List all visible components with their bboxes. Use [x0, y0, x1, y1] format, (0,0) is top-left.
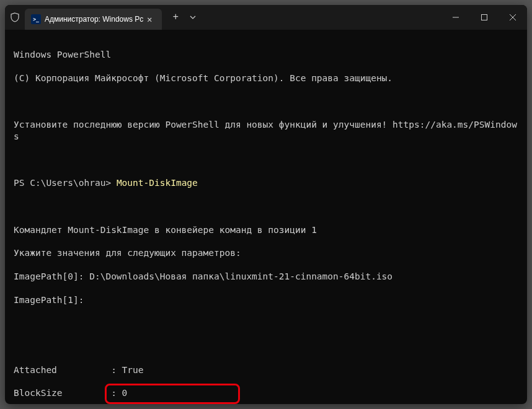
terminal-window: >_ Администратор: Windows Pc ✕ + Windows…: [5, 5, 527, 404]
output-line: ImagePath[1]:: [14, 294, 518, 306]
output-line: [14, 154, 518, 165]
output-line: Установите последнюю версию PowerShell д…: [14, 119, 518, 143]
active-tab[interactable]: >_ Администратор: Windows Pc ✕: [25, 9, 162, 30]
prompt-path: PS C:\Users\ohrau>: [14, 178, 117, 188]
window-controls: [441, 5, 527, 30]
output-line: Командлет Mount-DiskImage в конвейере ко…: [14, 224, 518, 236]
output-line: [14, 341, 518, 353]
output-line: [14, 317, 518, 329]
close-window-button[interactable]: [499, 5, 527, 30]
powershell-icon: >_: [31, 14, 41, 24]
maximize-button[interactable]: [470, 5, 499, 30]
tab-title: Администратор: Windows Pc: [45, 15, 143, 24]
output-line: [14, 201, 518, 213]
minimize-button[interactable]: [441, 5, 470, 30]
output-line: [14, 95, 518, 107]
output-line: (C) Корпорация Майкрософт (Microsoft Cor…: [14, 73, 518, 84]
tab-dropdown-button[interactable]: [185, 7, 200, 27]
prompt-line: PS C:\Users\ohrau> Mount-DiskImage: [14, 177, 518, 189]
titlebar[interactable]: >_ Администратор: Windows Pc ✕ +: [5, 5, 527, 30]
output-line: ImagePath[0]: D:\Downloads\Новая папка\l…: [14, 271, 518, 283]
output-line: Windows PowerShell: [14, 49, 518, 61]
close-tab-button[interactable]: ✕: [143, 13, 156, 25]
new-tab-button[interactable]: +: [166, 7, 185, 27]
output-line: BlockSize : 0: [14, 387, 518, 399]
shield-admin-icon: [10, 12, 20, 22]
output-line: Attached : True: [14, 364, 518, 376]
output-line: Укажите значения для следующих параметро…: [14, 247, 518, 259]
command-text: Mount-DiskImage: [117, 178, 198, 188]
svg-rect-1: [482, 15, 487, 20]
terminal-body[interactable]: Windows PowerShell (C) Корпорация Майкро…: [5, 30, 527, 404]
